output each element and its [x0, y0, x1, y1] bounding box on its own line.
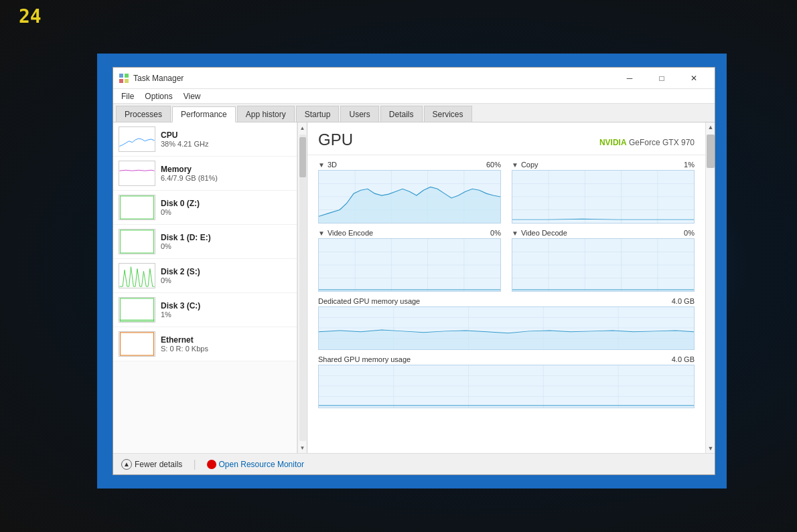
- fewer-details-button[interactable]: ▲ Fewer details: [121, 459, 182, 470]
- disk2-mini-graph: [119, 263, 155, 288]
- sidebar-item-disk3[interactable]: Disk 3 (C:) 1%: [113, 293, 297, 327]
- chart-decode-label: Video Decode: [521, 229, 684, 237]
- gpu-title: GPU: [318, 130, 599, 149]
- chart-row-1: ▼ 3D 60%: [318, 161, 695, 224]
- gpu-subtitle: NVIDIA GeForce GTX 970: [599, 138, 695, 147]
- open-resource-monitor-link[interactable]: Open Resource Monitor: [207, 460, 304, 469]
- chart-shared-label-row: Shared GPU memory usage 4.0 GB: [318, 355, 695, 363]
- chart-decode-box: [512, 238, 695, 292]
- chart-3d-label-row: ▼ 3D 60%: [318, 161, 501, 169]
- sidebar-item-disk2[interactable]: Disk 2 (S:) 0%: [113, 259, 297, 293]
- tab-details[interactable]: Details: [380, 106, 423, 122]
- disk1-sub: 0%: [161, 242, 291, 250]
- disk2-sub: 0%: [161, 276, 291, 284]
- disk0-mini-graph: [119, 195, 155, 220]
- svg-rect-3: [125, 79, 129, 83]
- tab-services[interactable]: Services: [424, 106, 472, 122]
- sidebar-item-disk1[interactable]: Disk 1 (D: E:) 0%: [113, 225, 297, 259]
- sidebar-scrollbar[interactable]: ▲ ▼: [297, 122, 307, 453]
- gpu-scroll-thumb[interactable]: [707, 135, 715, 168]
- gpu-scroll-track[interactable]: [706, 132, 715, 444]
- scrollbar-track[interactable]: [299, 135, 306, 441]
- ethernet-sub: S: 0 R: 0 Kbps: [161, 345, 291, 353]
- svg-rect-0: [119, 74, 123, 78]
- gpu-model: GeForce GTX 970: [629, 138, 695, 147]
- disk3-mini-graph: [119, 297, 155, 323]
- memory-sub: 6.4/7.9 GB (81%): [161, 174, 291, 182]
- svg-marker-23: [319, 187, 500, 223]
- chart-decode-pct: 0%: [684, 229, 695, 237]
- chart-decode-arrow: ▼: [512, 230, 518, 237]
- gpu-scroll-up[interactable]: ▲: [706, 122, 715, 132]
- gpu-charts: ▼ 3D 60%: [307, 155, 705, 453]
- sidebar-item-memory[interactable]: Memory 6.4/7.9 GB (81%): [113, 157, 297, 191]
- svg-rect-2: [119, 79, 123, 83]
- chart-dedicated-box: [318, 306, 695, 350]
- chart-encode-box: [318, 238, 501, 292]
- disk1-mini-graph: [119, 229, 155, 254]
- disk0-info: Disk 0 (Z:) 0%: [161, 199, 291, 216]
- scrollbar-down-arrow[interactable]: ▼: [298, 442, 307, 453]
- bottom-bar: ▲ Fewer details | Open Resource Monitor: [113, 453, 715, 474]
- tab-performance[interactable]: Performance: [172, 106, 236, 122]
- gpu-panel-scrollbar[interactable]: ▲ ▼: [705, 122, 715, 453]
- svg-rect-14: [119, 332, 154, 356]
- tab-startup[interactable]: Startup: [296, 106, 340, 122]
- scrollbar-thumb[interactable]: [299, 137, 306, 177]
- tab-app-history[interactable]: App history: [237, 106, 295, 122]
- sidebar-item-disk0[interactable]: Disk 0 (Z:) 0%: [113, 191, 297, 225]
- disk1-info: Disk 1 (D: E:) 0%: [161, 233, 291, 250]
- svg-rect-1: [125, 74, 129, 78]
- chart-dedicated-gpu: Dedicated GPU memory usage 4.0 GB: [318, 297, 695, 350]
- chart-copy-arrow: ▼: [512, 161, 518, 169]
- sidebar-item-cpu[interactable]: CPU 38% 4.21 GHz: [113, 122, 297, 157]
- chart-encode-label-row: ▼ Video Encode 0%: [318, 229, 501, 237]
- gpu-panel: GPU NVIDIA GeForce GTX 970 ▼: [307, 122, 705, 453]
- sidebar: CPU 38% 4.21 GHz Memory 6.4/7.9 GB (: [113, 122, 297, 453]
- ethernet-mini-graph: [119, 331, 155, 357]
- memory-title: Memory: [161, 165, 291, 174]
- chart-row-2: ▼ Video Encode 0%: [318, 229, 695, 292]
- fewer-details-icon: ▲: [121, 459, 132, 470]
- disk1-title: Disk 1 (D: E:): [161, 233, 291, 242]
- tab-users[interactable]: Users: [340, 106, 378, 122]
- close-button[interactable]: ✕: [678, 69, 709, 88]
- menu-file[interactable]: File: [116, 90, 139, 102]
- svg-rect-6: [119, 195, 154, 219]
- menu-options[interactable]: Options: [139, 90, 177, 102]
- disk3-info: Disk 3 (C:) 1%: [161, 301, 291, 319]
- taskmanager-icon: [119, 73, 129, 84]
- fewer-details-label: Fewer details: [135, 460, 182, 469]
- chart-dedicated-label: Dedicated GPU memory usage: [318, 297, 672, 305]
- maximize-button[interactable]: □: [646, 69, 677, 88]
- disk0-title: Disk 0 (Z:): [161, 199, 291, 208]
- gpu-scroll-down[interactable]: ▼: [706, 444, 715, 453]
- menu-view[interactable]: View: [178, 90, 206, 102]
- sidebar-item-ethernet[interactable]: Ethernet S: 0 R: 0 Kbps: [113, 327, 297, 361]
- minimize-button[interactable]: ─: [614, 69, 645, 88]
- menu-bar: File Options View: [113, 89, 715, 104]
- memory-mini-graph: [119, 161, 155, 186]
- chart-copy-pct: 1%: [684, 161, 695, 169]
- tab-processes[interactable]: Processes: [116, 106, 171, 122]
- gpu-header: GPU NVIDIA GeForce GTX 970: [307, 122, 705, 155]
- disk3-title: Disk 3 (C:): [161, 301, 291, 311]
- chart-3d-arrow: ▼: [318, 161, 325, 169]
- nvidia-label: NVIDIA: [599, 138, 627, 147]
- tab-bar: Processes Performance App history Startu…: [113, 104, 715, 122]
- chart-shared-box: [318, 365, 695, 408]
- chart-dedicated-pct: 4.0 GB: [672, 297, 695, 305]
- cpu-title: CPU: [161, 130, 291, 140]
- disk2-title: Disk 2 (S:): [161, 267, 291, 276]
- bottom-separator: |: [193, 458, 196, 470]
- window-title: Task Manager: [133, 74, 614, 83]
- chart-encode-label: Video Encode: [328, 229, 490, 237]
- scrollbar-up-arrow[interactable]: ▲: [298, 122, 307, 133]
- task-manager-window: Task Manager ─ □ ✕ File Options View Pro…: [113, 67, 715, 475]
- svg-rect-11: [119, 298, 154, 322]
- corner-number: 24: [19, 5, 42, 27]
- chart-3d-pct: 60%: [486, 161, 501, 169]
- cpu-info: CPU 38% 4.21 GHz: [161, 130, 291, 148]
- disk3-sub: 1%: [161, 311, 291, 319]
- chart-shared-label: Shared GPU memory usage: [318, 355, 672, 363]
